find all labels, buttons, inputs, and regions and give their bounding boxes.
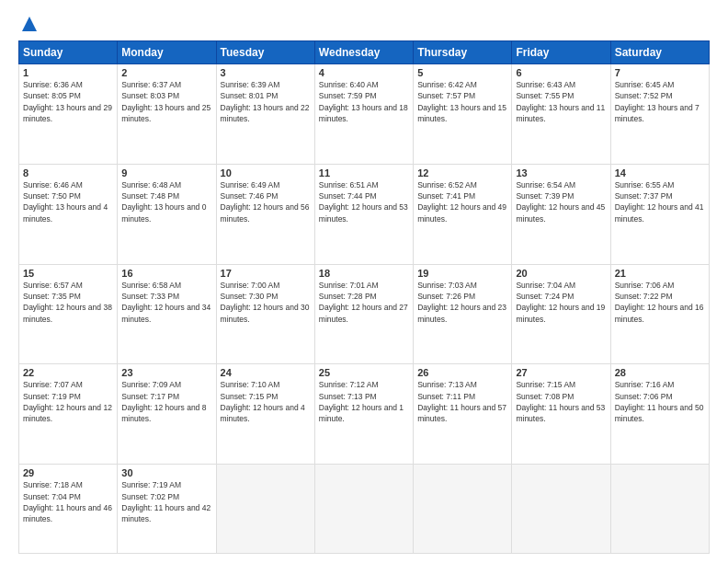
day-info: Sunrise: 7:06 AM Sunset: 7:22 PM Dayligh… bbox=[615, 280, 705, 325]
sunrise-label: Sunrise: 7:10 AM bbox=[221, 380, 280, 389]
daylight-label: Daylight: 13 hours and 18 minutes. bbox=[319, 103, 408, 123]
calendar-cell: 3 Sunrise: 6:39 AM Sunset: 8:01 PM Dayli… bbox=[216, 64, 314, 165]
sunset-label: Sunset: 7:50 PM bbox=[23, 191, 81, 201]
calendar-cell: 9 Sunrise: 6:48 AM Sunset: 7:48 PM Dayli… bbox=[118, 164, 216, 264]
calendar-cell: 15 Sunrise: 6:57 AM Sunset: 7:35 PM Dayl… bbox=[19, 264, 118, 364]
svg-marker-0 bbox=[22, 17, 37, 31]
day-info: Sunrise: 7:03 AM Sunset: 7:26 PM Dayligh… bbox=[417, 280, 507, 325]
sunset-label: Sunset: 7:37 PM bbox=[615, 191, 673, 201]
sunrise-label: Sunrise: 7:09 AM bbox=[121, 380, 181, 389]
sunset-label: Sunset: 7:59 PM bbox=[319, 91, 377, 100]
calendar-cell: 28 Sunrise: 7:16 AM Sunset: 7:06 PM Dayl… bbox=[610, 364, 709, 465]
sunrise-label: Sunrise: 6:55 AM bbox=[615, 180, 675, 190]
sunrise-label: Sunrise: 6:42 AM bbox=[417, 80, 477, 89]
calendar-cell: 26 Sunrise: 7:13 AM Sunset: 7:11 PM Dayl… bbox=[414, 364, 512, 465]
daylight-label: Daylight: 13 hours and 15 minutes. bbox=[417, 103, 506, 123]
sunrise-label: Sunrise: 6:48 AM bbox=[121, 180, 181, 190]
day-info: Sunrise: 6:51 AM Sunset: 7:44 PM Dayligh… bbox=[319, 179, 409, 224]
sunrise-label: Sunrise: 6:45 AM bbox=[615, 80, 675, 89]
calendar-cell: 4 Sunrise: 6:40 AM Sunset: 7:59 PM Dayli… bbox=[314, 64, 413, 165]
day-info: Sunrise: 6:58 AM Sunset: 7:33 PM Dayligh… bbox=[121, 280, 211, 325]
calendar-cell bbox=[414, 465, 512, 554]
sunset-label: Sunset: 7:15 PM bbox=[221, 392, 279, 401]
sunrise-label: Sunrise: 7:06 AM bbox=[615, 281, 675, 290]
day-info: Sunrise: 7:18 AM Sunset: 7:04 PM Dayligh… bbox=[23, 479, 113, 524]
weekday-header-wednesday: Wednesday bbox=[314, 41, 413, 64]
daylight-label: Daylight: 12 hours and 8 minutes. bbox=[121, 403, 206, 423]
calendar-cell bbox=[512, 465, 610, 554]
calendar-cell: 14 Sunrise: 6:55 AM Sunset: 7:37 PM Dayl… bbox=[610, 164, 709, 264]
day-number: 15 bbox=[23, 268, 113, 279]
calendar-week-row: 29 Sunrise: 7:18 AM Sunset: 7:04 PM Dayl… bbox=[19, 465, 710, 554]
day-info: Sunrise: 6:42 AM Sunset: 7:57 PM Dayligh… bbox=[417, 79, 507, 124]
calendar-cell: 6 Sunrise: 6:43 AM Sunset: 7:55 PM Dayli… bbox=[512, 64, 610, 165]
calendar-cell: 24 Sunrise: 7:10 AM Sunset: 7:15 PM Dayl… bbox=[216, 364, 314, 465]
day-info: Sunrise: 7:07 AM Sunset: 7:19 PM Dayligh… bbox=[23, 379, 113, 424]
sunset-label: Sunset: 7:19 PM bbox=[23, 392, 81, 401]
page: SundayMondayTuesdayWednesdayThursdayFrid… bbox=[0, 0, 728, 563]
weekday-header-tuesday: Tuesday bbox=[216, 41, 314, 64]
calendar-cell: 30 Sunrise: 7:19 AM Sunset: 7:02 PM Dayl… bbox=[118, 465, 216, 554]
daylight-label: Daylight: 11 hours and 46 minutes. bbox=[23, 503, 112, 523]
day-number: 21 bbox=[615, 268, 705, 279]
weekday-header-thursday: Thursday bbox=[414, 41, 512, 64]
daylight-label: Daylight: 11 hours and 57 minutes. bbox=[417, 403, 506, 423]
day-info: Sunrise: 6:46 AM Sunset: 7:50 PM Dayligh… bbox=[23, 179, 113, 224]
day-info: Sunrise: 7:01 AM Sunset: 7:28 PM Dayligh… bbox=[319, 280, 409, 325]
sunrise-label: Sunrise: 6:40 AM bbox=[319, 80, 379, 89]
day-number: 16 bbox=[121, 268, 211, 279]
daylight-label: Daylight: 13 hours and 29 minutes. bbox=[23, 103, 112, 123]
daylight-label: Daylight: 13 hours and 4 minutes. bbox=[23, 202, 108, 223]
day-number: 23 bbox=[121, 367, 211, 378]
sunset-label: Sunset: 8:03 PM bbox=[121, 91, 179, 100]
sunset-label: Sunset: 7:04 PM bbox=[23, 492, 81, 501]
daylight-label: Daylight: 12 hours and 34 minutes. bbox=[121, 303, 210, 323]
daylight-label: Daylight: 11 hours and 53 minutes. bbox=[516, 403, 605, 423]
sunrise-label: Sunrise: 6:54 AM bbox=[516, 180, 575, 190]
calendar-week-row: 15 Sunrise: 6:57 AM Sunset: 7:35 PM Dayl… bbox=[19, 264, 710, 364]
calendar-cell: 11 Sunrise: 6:51 AM Sunset: 7:44 PM Dayl… bbox=[314, 164, 413, 264]
daylight-label: Daylight: 13 hours and 11 minutes. bbox=[516, 103, 605, 123]
sunrise-label: Sunrise: 7:03 AM bbox=[417, 281, 477, 290]
calendar-cell: 22 Sunrise: 7:07 AM Sunset: 7:19 PM Dayl… bbox=[19, 364, 118, 465]
sunrise-label: Sunrise: 7:19 AM bbox=[121, 480, 181, 489]
day-info: Sunrise: 6:39 AM Sunset: 8:01 PM Dayligh… bbox=[221, 79, 311, 124]
calendar-table: SundayMondayTuesdayWednesdayThursdayFrid… bbox=[18, 40, 710, 554]
sunset-label: Sunset: 7:06 PM bbox=[615, 392, 673, 401]
header bbox=[18, 15, 710, 33]
day-number: 10 bbox=[221, 167, 311, 178]
day-info: Sunrise: 6:43 AM Sunset: 7:55 PM Dayligh… bbox=[516, 79, 606, 124]
daylight-label: Daylight: 12 hours and 30 minutes. bbox=[221, 303, 310, 323]
calendar-cell: 10 Sunrise: 6:49 AM Sunset: 7:46 PM Dayl… bbox=[216, 164, 314, 264]
calendar-cell: 5 Sunrise: 6:42 AM Sunset: 7:57 PM Dayli… bbox=[414, 64, 512, 165]
day-info: Sunrise: 7:04 AM Sunset: 7:24 PM Dayligh… bbox=[516, 280, 606, 325]
sunrise-label: Sunrise: 7:01 AM bbox=[319, 281, 379, 290]
calendar-cell: 25 Sunrise: 7:12 AM Sunset: 7:13 PM Dayl… bbox=[314, 364, 413, 465]
day-info: Sunrise: 7:00 AM Sunset: 7:30 PM Dayligh… bbox=[221, 280, 311, 325]
day-info: Sunrise: 7:15 AM Sunset: 7:08 PM Dayligh… bbox=[516, 379, 606, 424]
daylight-label: Daylight: 12 hours and 1 minute. bbox=[319, 403, 404, 423]
daylight-label: Daylight: 12 hours and 27 minutes. bbox=[319, 303, 408, 323]
day-number: 8 bbox=[23, 167, 113, 178]
calendar-body: 1 Sunrise: 6:36 AM Sunset: 8:05 PM Dayli… bbox=[19, 64, 710, 554]
day-info: Sunrise: 7:09 AM Sunset: 7:17 PM Dayligh… bbox=[121, 379, 211, 424]
sunrise-label: Sunrise: 7:13 AM bbox=[417, 380, 477, 389]
day-number: 9 bbox=[121, 167, 211, 178]
calendar-cell bbox=[216, 465, 314, 554]
calendar-cell bbox=[610, 465, 709, 554]
calendar-week-row: 8 Sunrise: 6:46 AM Sunset: 7:50 PM Dayli… bbox=[19, 164, 710, 264]
sunrise-label: Sunrise: 6:43 AM bbox=[516, 80, 575, 89]
calendar-cell: 8 Sunrise: 6:46 AM Sunset: 7:50 PM Dayli… bbox=[19, 164, 118, 264]
day-info: Sunrise: 6:55 AM Sunset: 7:37 PM Dayligh… bbox=[615, 179, 705, 224]
calendar-cell: 1 Sunrise: 6:36 AM Sunset: 8:05 PM Dayli… bbox=[19, 64, 118, 165]
day-number: 5 bbox=[417, 67, 507, 78]
day-info: Sunrise: 6:52 AM Sunset: 7:41 PM Dayligh… bbox=[417, 179, 507, 224]
daylight-label: Daylight: 13 hours and 22 minutes. bbox=[221, 103, 310, 123]
daylight-label: Daylight: 12 hours and 41 minutes. bbox=[615, 202, 704, 223]
weekday-header-row: SundayMondayTuesdayWednesdayThursdayFrid… bbox=[19, 41, 710, 64]
logo-icon bbox=[20, 15, 39, 33]
day-number: 2 bbox=[121, 67, 211, 78]
sunrise-label: Sunrise: 6:36 AM bbox=[23, 80, 83, 89]
calendar-cell: 27 Sunrise: 7:15 AM Sunset: 7:08 PM Dayl… bbox=[512, 364, 610, 465]
day-info: Sunrise: 6:40 AM Sunset: 7:59 PM Dayligh… bbox=[319, 79, 409, 124]
